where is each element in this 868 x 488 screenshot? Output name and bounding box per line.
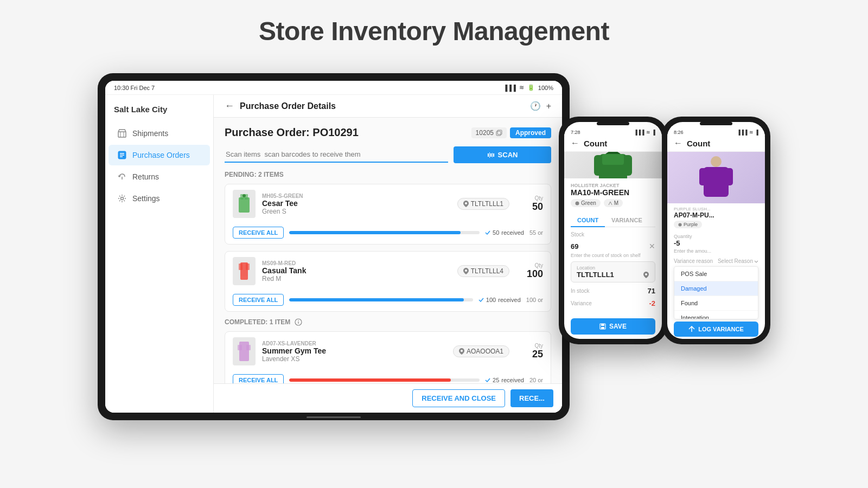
phone1-stock-value: 69: [571, 242, 578, 251]
phone2-back-button[interactable]: ←: [674, 138, 682, 148]
phone1-tab-count[interactable]: COUNT: [571, 214, 605, 227]
svg-rect-15: [493, 153, 494, 157]
phone1-color-tag: Green: [571, 199, 601, 207]
phone1-device: 7:28 ▐▐▐ ≋ ▐ ← Count: [559, 117, 667, 344]
phone1-stock-label: Stock: [571, 232, 584, 237]
dropdown-item-pos-sale[interactable]: POS Sale: [674, 267, 758, 281]
phone1-size-tag: M: [604, 199, 623, 207]
item-progress-row-2: RECEIVE ALL 100 received 100 or: [225, 291, 551, 311]
item-name-2: Casual Tank: [262, 266, 451, 275]
phone1-location-label: Location: [577, 265, 649, 271]
phone1-signal: ▐▐▐: [634, 130, 644, 135]
svg-rect-45: [724, 168, 733, 185]
svg-point-26: [298, 320, 299, 321]
add-icon[interactable]: +: [546, 101, 551, 111]
item-image-1: [233, 190, 256, 218]
svg-rect-12: [489, 152, 490, 158]
item-location-2: TLTLTLLL4: [457, 265, 509, 277]
phone2-notch: [700, 122, 732, 125]
po-badges: 10205 Approved: [471, 127, 551, 138]
phone2-product-name: AP07-M-PU...: [674, 211, 758, 219]
svg-rect-40: [601, 324, 604, 326]
svg-rect-28: [239, 342, 249, 361]
item-name-1: Cesar Tee: [262, 199, 451, 208]
tablet-screen: 10:30 Fri Dec 7 ▐▐▐ ≋ 🔋 100% Salt Lake C…: [105, 81, 562, 413]
item-row-2: MS09-M-RED Casual Tank Red M TLTLTLLL4 Q…: [225, 252, 551, 291]
dropdown-item-found[interactable]: Found: [674, 296, 758, 311]
received-text-2: 100 received: [478, 297, 521, 303]
svg-rect-41: [601, 327, 604, 329]
receive-and-close-btn[interactable]: RECEIVE AND CLOSE: [412, 389, 505, 407]
phone1-save-button[interactable]: SAVE: [571, 318, 655, 335]
devices-container: 10:30 Fri Dec 7 ▐▐▐ ≋ 🔋 100% Salt Lake C…: [0, 62, 868, 420]
phone1-product-category: HOLLISTER JACKET: [571, 183, 655, 188]
svg-rect-10: [497, 130, 502, 134]
dropdown-item-damaged[interactable]: Damaged: [674, 281, 758, 296]
svg-point-8: [121, 197, 124, 200]
phone1-location-input[interactable]: Location TLTLTLLL1: [571, 261, 655, 282]
phone1-back-button[interactable]: ←: [571, 138, 579, 148]
phone1-tab-variance[interactable]: VARIANCE: [605, 214, 649, 227]
phone2-battery: ▐: [755, 130, 758, 135]
phone1-stock-row: Stock: [571, 232, 655, 237]
phone2-title: Count: [687, 139, 710, 148]
sidebar-label-shipments: Shipments: [132, 129, 168, 138]
svg-rect-29: [238, 345, 242, 350]
dropdown-item-integration[interactable]: Integration: [674, 311, 758, 319]
received-text-1: 50 received: [485, 229, 524, 236]
back-button[interactable]: ←: [225, 100, 234, 112]
signal-icon: ▐▐▐: [503, 85, 515, 91]
phone2-product-image: [667, 152, 765, 203]
item-location-completed-1: AOAOOOA1: [453, 345, 509, 357]
scan-button[interactable]: SCAN: [454, 146, 551, 163]
progress-track-completed-1: [289, 378, 480, 382]
phone2-device: 8:26 ▐▐▐ ≋ ▐ ← Count: [662, 117, 770, 344]
svg-point-19: [242, 194, 246, 197]
main-header: ← Purchase Order Details 🕐 +: [214, 95, 562, 118]
sidebar-item-settings[interactable]: Settings: [108, 188, 210, 209]
svg-rect-11: [488, 153, 489, 157]
store-name: Salt Lake City: [105, 100, 213, 123]
sidebar-item-shipments[interactable]: Shipments: [108, 123, 210, 144]
phone2-count-section: Quantity -5 Enter the amou...: [667, 232, 765, 256]
clock-icon[interactable]: 🕐: [530, 101, 541, 111]
svg-rect-9: [496, 131, 501, 136]
item-sku-completed-1: AD07-XS-LAVENDER: [262, 341, 446, 346]
phone2-product-tags: Purple: [674, 221, 758, 228]
pending-section-label: PENDING: 2 ITEMS: [225, 171, 551, 178]
item-variant-2: Red M: [262, 275, 451, 282]
phone1-instock-label: In stock: [571, 288, 589, 294]
svg-rect-14: [492, 153, 493, 157]
box-icon: [117, 129, 127, 138]
sidebar-item-purchase-orders[interactable]: Purchase Orders: [108, 145, 210, 165]
list-icon: [117, 150, 127, 160]
phone2-log-variance-button[interactable]: LOG VARIANCE: [674, 322, 758, 337]
item-details-1: MH05-S-GREEN Cesar Tee Green S: [262, 193, 451, 215]
item-variant-completed-1: Lavender XS: [262, 355, 446, 363]
phone1-instock-row: In stock 71: [571, 287, 655, 295]
item-image-2: [233, 257, 256, 285]
svg-rect-30: [246, 345, 251, 350]
scan-input[interactable]: [225, 147, 448, 163]
header-actions: 🕐 +: [530, 101, 551, 111]
svg-point-42: [711, 156, 722, 167]
receive-btn-main[interactable]: RECE...: [510, 389, 553, 407]
receive-all-btn-completed-1[interactable]: RECEIVE ALL: [233, 374, 284, 383]
item-qty-1: Qty 50: [516, 195, 543, 213]
phone1-count-tabs: COUNT VARIANCE: [571, 214, 655, 227]
item-sku-1: MH05-S-GREEN: [262, 193, 451, 199]
sidebar-label-purchase-orders: Purchase Orders: [132, 151, 190, 159]
item-row-completed-1: AD07-XS-LAVENDER Summer Gym Tee Lavender…: [225, 332, 551, 371]
phone2-input-hint: Enter the amou...: [674, 248, 758, 254]
phone2-variance-select[interactable]: Select Reason: [718, 258, 758, 264]
receive-all-btn-2[interactable]: RECEIVE ALL: [233, 294, 284, 306]
receive-all-btn-1[interactable]: RECEIVE ALL: [233, 227, 284, 239]
svg-point-20: [465, 202, 467, 204]
phone1-instock-value: 71: [648, 287, 655, 295]
phone1-status-bar: 7:28 ▐▐▐ ≋ ▐: [564, 126, 662, 136]
sidebar-item-returns[interactable]: Returns: [108, 166, 210, 187]
phone1-close-icon[interactable]: ✕: [649, 242, 655, 251]
item-variant-1: Green S: [262, 208, 451, 215]
battery-icon: 🔋: [527, 84, 535, 91]
tablet-device: 10:30 Fri Dec 7 ▐▐▐ ≋ 🔋 100% Salt Lake C…: [98, 73, 570, 420]
